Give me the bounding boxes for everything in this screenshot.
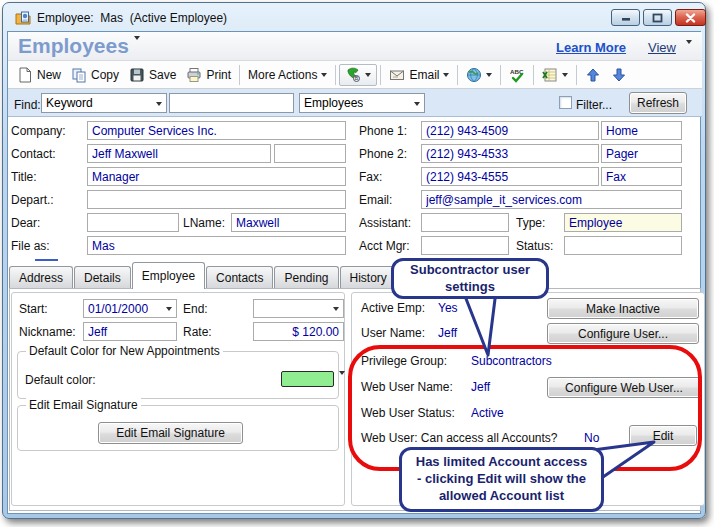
minimize-button[interactable]: [611, 9, 640, 26]
find-mode-select[interactable]: Keyword: [41, 93, 167, 113]
make-inactive-button[interactable]: Make Inactive: [547, 298, 699, 319]
color-dropdown-icon[interactable]: [339, 375, 345, 393]
rate-input[interactable]: [253, 322, 344, 341]
dear-input[interactable]: [87, 213, 179, 232]
dial-phone-button[interactable]: B: [339, 64, 377, 86]
acctmgr-label: Acct Mgr:: [359, 239, 410, 253]
status-input[interactable]: [564, 236, 682, 255]
start-date-select[interactable]: 01/01/2000: [83, 299, 177, 318]
filter-label: Filter...: [576, 98, 612, 112]
title-input[interactable]: [87, 167, 346, 186]
web-access-label: Web User: Can access all Accounts?: [361, 431, 558, 445]
contact-extra-input[interactable]: [274, 144, 346, 163]
fax-input[interactable]: [421, 167, 599, 186]
callout-bottom-line1: Has limited Account access: [416, 454, 587, 471]
user-name-value: Jeff: [438, 326, 457, 340]
phone1-input[interactable]: [421, 121, 599, 140]
department-input[interactable]: [87, 190, 346, 209]
company-input[interactable]: [87, 121, 346, 140]
phone1-label: Phone 1:: [359, 124, 407, 138]
phone2-type-input[interactable]: [601, 144, 682, 163]
assistant-input[interactable]: [421, 213, 509, 232]
color-swatch[interactable]: [281, 371, 334, 387]
phone2-input[interactable]: [421, 144, 599, 163]
tab-pending[interactable]: Pending: [274, 266, 338, 289]
page-title[interactable]: Employees: [18, 34, 129, 58]
email-label: Email: [409, 68, 439, 82]
refresh-button[interactable]: Refresh: [629, 92, 687, 114]
page-title-dropdown-icon[interactable]: [134, 40, 140, 58]
move-up-button[interactable]: [580, 65, 606, 85]
configure-user-button[interactable]: Configure User...: [547, 323, 699, 344]
find-label: Find:: [14, 98, 41, 112]
find-bar: Find: Keyword Employees Filter... Refres…: [8, 89, 702, 117]
save-button[interactable]: Save: [124, 65, 181, 85]
globe-icon: [466, 67, 482, 83]
maximize-button[interactable]: [643, 9, 672, 26]
find-scope-select[interactable]: Employees: [299, 93, 425, 113]
nickname-input[interactable]: [83, 322, 177, 341]
configure-user-label: Configure User...: [578, 327, 668, 341]
find-scope-value: Employees: [304, 96, 363, 110]
type-input[interactable]: [564, 213, 682, 232]
edit-access-button[interactable]: Edit: [629, 425, 697, 446]
lname-input[interactable]: [231, 213, 346, 232]
edit-email-signature-label: Edit Email Signature: [116, 426, 225, 440]
spellcheck-button[interactable]: ABC: [504, 65, 530, 85]
status-label: Status:: [516, 239, 553, 253]
phone1-type-input[interactable]: [601, 121, 682, 140]
tab-contacts[interactable]: Contacts: [206, 266, 273, 289]
window-title: Employee: Mas (Active Employee): [37, 11, 227, 25]
end-date-select[interactable]: [253, 299, 344, 318]
tab-history[interactable]: History: [340, 266, 397, 289]
tab-details[interactable]: Details: [74, 266, 131, 289]
phone2-label: Phone 2:: [359, 147, 407, 161]
move-up-icon: [585, 67, 601, 83]
edit-email-signature-button[interactable]: Edit Email Signature: [98, 422, 243, 444]
fileas-input[interactable]: [87, 236, 346, 255]
close-button[interactable]: [675, 9, 706, 26]
end-dropdown-icon: [333, 307, 339, 314]
contact-label: Contact:: [11, 147, 56, 161]
more-actions-button[interactable]: More Actions: [243, 66, 332, 84]
tab-strip: Address Details Employee Contacts Pendin…: [9, 264, 446, 289]
new-button[interactable]: New: [12, 65, 66, 85]
title-label: Title:: [11, 170, 37, 184]
acctmgr-input[interactable]: [421, 236, 509, 255]
fax-label: Fax:: [359, 170, 382, 184]
fileas-label: File as:: [11, 239, 50, 253]
copy-button[interactable]: Copy: [66, 65, 124, 85]
find-search-input[interactable]: [169, 93, 294, 113]
move-down-icon: [611, 67, 627, 83]
email-input[interactable]: [421, 190, 682, 209]
web-user-status-value: Active: [471, 406, 504, 420]
new-page-icon: [17, 67, 33, 83]
copy-icon: [71, 67, 87, 83]
default-color-label: Default color:: [25, 373, 96, 387]
start-label: Start:: [19, 302, 48, 316]
dear-label: Dear:: [11, 216, 40, 230]
more-actions-dropdown-icon: [321, 73, 327, 80]
web-access-value: No: [584, 431, 599, 445]
learn-more-link[interactable]: Learn More: [556, 40, 626, 55]
tab-address[interactable]: Address: [9, 266, 73, 289]
configure-web-user-button[interactable]: Configure Web User...: [547, 377, 701, 398]
view-dropdown-icon[interactable]: [686, 44, 692, 62]
toolbar-separator: [500, 65, 501, 85]
configure-web-user-label: Configure Web User...: [565, 381, 683, 395]
filter-checkbox[interactable]: [559, 96, 572, 109]
active-emp-value: Yes: [438, 301, 458, 315]
email-button[interactable]: Email: [384, 65, 454, 85]
view-menu[interactable]: View: [648, 40, 676, 55]
export-button[interactable]: [537, 65, 573, 85]
web-button[interactable]: [461, 65, 497, 85]
toolbar-separator: [380, 65, 381, 85]
move-down-button[interactable]: [606, 65, 632, 85]
tab-employee[interactable]: Employee: [132, 262, 205, 289]
fax-type-input[interactable]: [601, 167, 682, 186]
print-button[interactable]: Print: [181, 65, 236, 85]
save-label: Save: [149, 68, 176, 82]
callout-limited-access: Has limited Account access - clicking Ed…: [399, 447, 604, 512]
toolbar-separator: [576, 65, 577, 85]
contact-input[interactable]: [87, 144, 271, 163]
